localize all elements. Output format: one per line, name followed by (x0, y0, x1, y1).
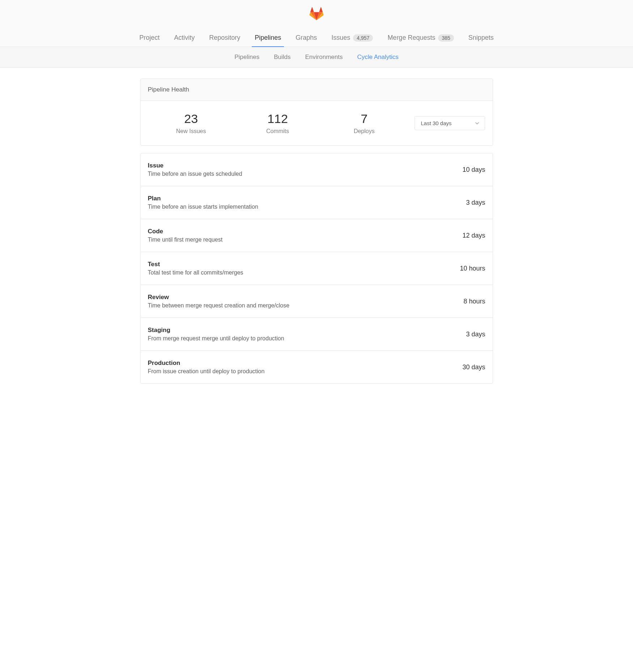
stage-value: 30 days (462, 363, 485, 371)
nav-project[interactable]: Project (132, 29, 167, 47)
gitlab-logo-icon[interactable] (309, 7, 324, 22)
stage-title: Issue (148, 162, 463, 169)
pipeline-health-panel: Pipeline Health 23 New Issues 112 Commit… (140, 78, 493, 146)
main-nav: Project Activity Repository Pipelines Gr… (0, 29, 633, 47)
subnav-label: Environments (305, 54, 343, 60)
nav-label: Issues (331, 34, 350, 42)
stage-info: Code Time until first merge request (148, 228, 463, 243)
nav-label: Repository (209, 34, 240, 42)
stage-desc: Time until first merge request (148, 237, 463, 243)
stage-info: Review Time between merge request creati… (148, 294, 464, 309)
stage-value: 10 hours (460, 265, 485, 272)
stage-title: Test (148, 261, 460, 268)
health-body: 23 New Issues 112 Commits 7 Deploys Last… (141, 101, 493, 145)
stage-value: 3 days (466, 331, 485, 338)
nav-label: Pipelines (255, 34, 281, 42)
stage-row-code: Code Time until first merge request 12 d… (141, 219, 493, 252)
metric-label: Deploys (321, 128, 407, 135)
content: Pipeline Health 23 New Issues 112 Commit… (140, 68, 493, 405)
dropdown-selected: Last 30 days (421, 120, 451, 126)
stage-desc: From merge request merge until deploy to… (148, 335, 466, 342)
stage-desc: Time before an issue starts implementati… (148, 204, 466, 210)
issues-count-badge: 4,957 (353, 34, 373, 42)
nav-snippets[interactable]: Snippets (461, 29, 501, 47)
subnav-builds[interactable]: Builds (267, 47, 298, 67)
panel-title: Pipeline Health (148, 86, 189, 93)
stage-title: Plan (148, 195, 466, 202)
nav-label: Graphs (296, 34, 317, 42)
stage-value: 10 days (462, 166, 485, 174)
stage-title: Code (148, 228, 463, 235)
nav-repository[interactable]: Repository (202, 29, 247, 47)
sub-nav: Pipelines Builds Environments Cycle Anal… (0, 47, 633, 68)
nav-graphs[interactable]: Graphs (288, 29, 324, 47)
nav-activity[interactable]: Activity (167, 29, 202, 47)
stage-row-test: Test Total test time for all commits/mer… (141, 252, 493, 285)
stage-row-issue: Issue Time before an issue gets schedule… (141, 153, 493, 186)
stage-info: Plan Time before an issue starts impleme… (148, 195, 466, 210)
dropdown-wrap: Last 30 days (407, 116, 485, 130)
stage-row-staging: Staging From merge request merge until d… (141, 318, 493, 351)
panel-header: Pipeline Health (141, 79, 493, 101)
metric-label: New Issues (148, 128, 234, 135)
nav-label: Activity (174, 34, 195, 42)
nav-merge-requests[interactable]: Merge Requests 385 (380, 29, 461, 47)
metric-deploys: 7 Deploys (321, 112, 407, 135)
stage-desc: Time between merge request creation and … (148, 302, 464, 309)
stage-info: Production From issue creation until dep… (148, 360, 463, 375)
subnav-label: Pipelines (234, 54, 259, 60)
stage-desc: Total test time for all commits/merges (148, 269, 460, 276)
subnav-pipelines[interactable]: Pipelines (227, 47, 267, 67)
nav-label: Snippets (468, 34, 494, 42)
subnav-label: Builds (274, 54, 290, 60)
nav-label: Merge Requests (387, 34, 435, 42)
stage-row-review: Review Time between merge request creati… (141, 285, 493, 318)
stage-desc: Time before an issue gets scheduled (148, 171, 463, 177)
metric-commits: 112 Commits (234, 112, 321, 135)
stage-row-production: Production From issue creation until dep… (141, 351, 493, 383)
stage-desc: From issue creation until deploy to prod… (148, 368, 463, 375)
date-range-dropdown[interactable]: Last 30 days (415, 116, 485, 130)
stage-value: 12 days (462, 232, 485, 239)
stage-info: Issue Time before an issue gets schedule… (148, 162, 463, 177)
metric-value: 112 (234, 112, 321, 126)
mr-count-badge: 385 (438, 34, 454, 42)
stages-panel: Issue Time before an issue gets schedule… (140, 153, 493, 384)
nav-label: Project (139, 34, 160, 42)
metric-new-issues: 23 New Issues (148, 112, 234, 135)
stage-value: 3 days (466, 199, 485, 207)
stage-title: Staging (148, 327, 466, 334)
metric-value: 23 (148, 112, 234, 126)
header-top (0, 0, 633, 29)
stage-title: Review (148, 294, 464, 301)
stage-title: Production (148, 360, 463, 367)
stage-info: Staging From merge request merge until d… (148, 327, 466, 342)
subnav-label: Cycle Analytics (357, 54, 398, 60)
nav-pipelines[interactable]: Pipelines (247, 29, 288, 47)
nav-issues[interactable]: Issues 4,957 (324, 29, 380, 47)
metric-label: Commits (234, 128, 321, 135)
subnav-cycle-analytics[interactable]: Cycle Analytics (350, 47, 405, 67)
stage-row-plan: Plan Time before an issue starts impleme… (141, 186, 493, 219)
subnav-environments[interactable]: Environments (298, 47, 350, 67)
stage-value: 8 hours (463, 298, 485, 305)
chevron-down-icon (475, 122, 479, 125)
stage-info: Test Total test time for all commits/mer… (148, 261, 460, 276)
metric-value: 7 (321, 112, 407, 126)
